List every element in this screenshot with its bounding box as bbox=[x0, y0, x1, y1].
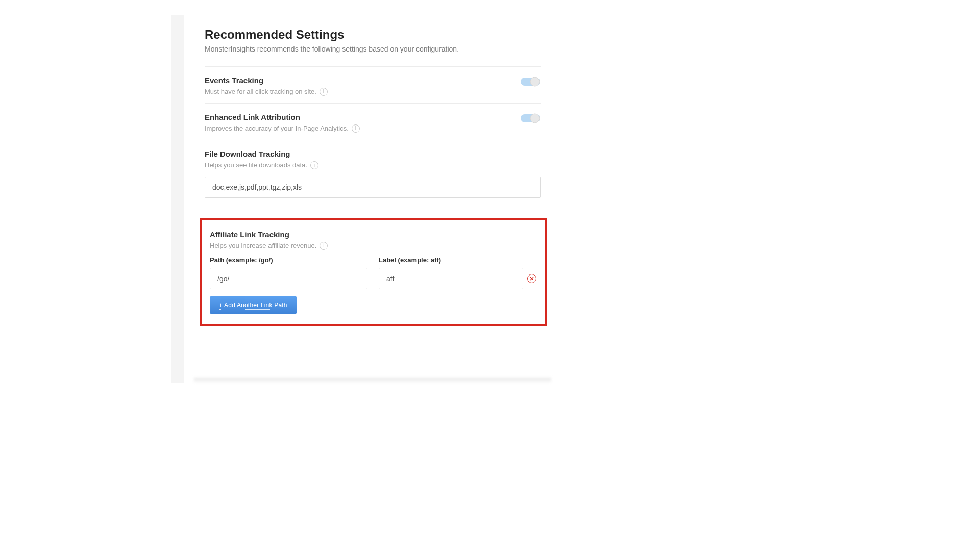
affiliate-path-label: Path (example: /go/) bbox=[210, 256, 368, 264]
row-enhanced-link-attribution: Enhanced Link Attribution Improves the a… bbox=[205, 103, 541, 140]
affiliate-highlight-box: Affiliate Link Tracking Helps you increa… bbox=[200, 218, 547, 326]
affiliate-title: Affiliate Link Tracking bbox=[210, 230, 536, 239]
info-icon[interactable]: i bbox=[352, 124, 360, 133]
affiliate-desc: Helps you increase affiliate revenue. i bbox=[210, 242, 328, 250]
filedl-title: File Download Tracking bbox=[205, 149, 541, 158]
affiliate-label-col: Label (example: aff) bbox=[379, 256, 536, 289]
file-extensions-input[interactable] bbox=[205, 177, 541, 198]
close-icon bbox=[530, 277, 534, 281]
page-subtitle: MonsterInsights recommends the following… bbox=[205, 45, 541, 53]
events-tracking-desc-text: Must have for all click tracking on site… bbox=[205, 88, 316, 95]
events-tracking-title: Events Tracking bbox=[205, 76, 541, 85]
ela-toggle[interactable] bbox=[520, 113, 541, 124]
ela-desc-text: Improves the accuracy of your In-Page An… bbox=[205, 124, 349, 132]
ela-title: Enhanced Link Attribution bbox=[205, 113, 541, 121]
settings-panel: Recommended Settings MonsterInsights rec… bbox=[186, 15, 559, 331]
affiliate-path-col: Path (example: /go/) bbox=[210, 256, 368, 289]
events-tracking-desc: Must have for all click tracking on site… bbox=[205, 88, 328, 96]
events-tracking-toggle[interactable] bbox=[520, 76, 541, 87]
info-icon[interactable]: i bbox=[310, 161, 318, 169]
remove-row-button[interactable] bbox=[527, 274, 536, 283]
info-icon[interactable]: i bbox=[320, 242, 328, 250]
panel-shadow bbox=[194, 378, 551, 384]
affiliate-label-input[interactable] bbox=[379, 268, 523, 289]
page-title: Recommended Settings bbox=[205, 28, 541, 42]
row-file-download-tracking: File Download Tracking Helps you see fil… bbox=[205, 140, 541, 205]
filedl-desc: Helps you see file downloads data. i bbox=[205, 161, 318, 169]
add-link-path-button[interactable]: + Add Another Link Path bbox=[210, 296, 297, 314]
affiliate-fields: Path (example: /go/) Label (example: aff… bbox=[210, 256, 536, 289]
info-icon[interactable]: i bbox=[320, 88, 328, 96]
svg-point-1 bbox=[530, 77, 540, 86]
affiliate-label-label: Label (example: aff) bbox=[379, 256, 536, 264]
row-events-tracking: Events Tracking Must have for all click … bbox=[205, 66, 541, 103]
affiliate-desc-text: Helps you increase affiliate revenue. bbox=[210, 242, 316, 249]
affiliate-path-input[interactable] bbox=[210, 268, 368, 289]
add-link-path-label: + Add Another Link Path bbox=[219, 302, 287, 310]
filedl-desc-text: Helps you see file downloads data. bbox=[205, 161, 307, 169]
svg-point-3 bbox=[530, 114, 540, 123]
ela-desc: Improves the accuracy of your In-Page An… bbox=[205, 124, 360, 133]
sidebar-stub bbox=[171, 15, 184, 383]
row-affiliate-link-tracking: Affiliate Link Tracking Helps you increa… bbox=[210, 229, 536, 321]
